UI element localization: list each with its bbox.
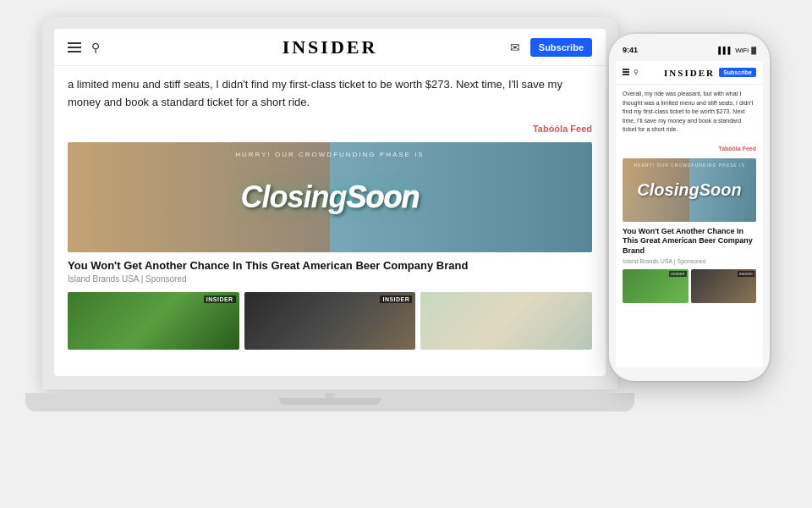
- phone-small-card-2[interactable]: INSIDER: [691, 269, 757, 303]
- laptop-screen: ⚲ INSIDER ✉ Subscribe a limited menu and…: [54, 29, 606, 376]
- mail-icon[interactable]: ✉: [510, 41, 520, 54]
- insider-badge-1: INSIDER: [204, 295, 236, 303]
- closing-soon-text: ClosingSoon: [241, 179, 420, 215]
- laptop-content: a limited menu and stiff seats, I didn't…: [54, 66, 606, 360]
- phone-nav: ⚲ INSIDER Subscribe: [616, 61, 763, 85]
- laptop-base: [25, 393, 634, 411]
- phone-subscribe-button[interactable]: Subscribe: [719, 68, 756, 77]
- laptop-nav: ⚲ INSIDER ✉ Subscribe: [54, 29, 606, 66]
- phone-nav-left: ⚲: [623, 69, 639, 76]
- phone-search-icon[interactable]: ⚲: [634, 69, 639, 76]
- phone-insider-badge-2: INSIDER: [738, 271, 754, 277]
- phone-status-icons: ▌▌▌ WiFi ▓: [718, 47, 756, 54]
- battery-icon: ▓: [751, 47, 756, 54]
- phone-taboola-label: Tabóóla Feed: [623, 139, 756, 154]
- phone-time: 9:41: [623, 46, 638, 54]
- ad-hurry-text: HURRY! OUR CROWDFUNDING PHASE IS: [235, 151, 424, 158]
- phone-status-bar: 9:41 ▌▌▌ WiFi ▓: [616, 42, 763, 58]
- insider-badge-2: INSIDER: [380, 295, 412, 303]
- phone-small-cards: INSIDER INSIDER: [623, 269, 756, 303]
- ad-meta: Island Brands USA | Sponsored: [68, 274, 592, 284]
- phone-ad-title[interactable]: You Won't Get Another Chance In This Gre…: [623, 227, 756, 257]
- phone-ad-banner[interactable]: HURRY! OUR CROWDFUNDING PHASE IS Closing…: [623, 158, 756, 222]
- phone-device: 9:41 ▌▌▌ WiFi ▓ ⚲ INSIDER Subscribe: [609, 34, 778, 389]
- small-card-1[interactable]: INSIDER: [68, 292, 239, 350]
- subscribe-button[interactable]: Subscribe: [530, 38, 592, 57]
- phone-logo: INSIDER: [664, 68, 715, 78]
- search-icon[interactable]: ⚲: [91, 41, 100, 54]
- small-card-2[interactable]: INSIDER: [244, 292, 416, 350]
- phone-hurry-text: HURRY! OUR CROWDFUNDING PHASE IS: [634, 163, 745, 168]
- phone-screen: ⚲ INSIDER Subscribe Overall, my ride was…: [616, 61, 763, 367]
- laptop-device: ⚲ INSIDER ✉ Subscribe a limited menu and…: [25, 17, 634, 491]
- ad-banner[interactable]: HURRY! OUR CROWDFUNDING PHASE IS Closing…: [68, 142, 592, 252]
- taboola-label: Tabóóla Feed: [68, 120, 592, 135]
- nav-right: ✉ Subscribe: [510, 38, 592, 57]
- insider-logo: INSIDER: [283, 36, 378, 58]
- phone-article-body: Overall, my ride was pleasant, but with …: [623, 90, 756, 135]
- article-body: a limited menu and stiff seats, I didn't…: [68, 76, 592, 112]
- laptop-notch: [325, 393, 335, 398]
- ad-title[interactable]: You Won't Get Another Chance In This Gre…: [68, 259, 592, 272]
- phone-menu-icon[interactable]: [623, 69, 629, 76]
- small-cards-row: INSIDER INSIDER: [68, 292, 592, 350]
- phone-closing-text: ClosingSoon: [637, 180, 741, 200]
- wifi-icon: WiFi: [735, 47, 749, 54]
- phone-insider-badge-1: INSIDER: [669, 271, 686, 277]
- signal-icon: ▌▌▌: [718, 47, 732, 54]
- laptop-body: ⚲ INSIDER ✉ Subscribe a limited menu and…: [42, 17, 617, 389]
- phone-body: 9:41 ▌▌▌ WiFi ▓ ⚲ INSIDER Subscribe: [609, 34, 770, 381]
- small-card-3[interactable]: [420, 292, 592, 350]
- phone-small-card-1[interactable]: INSIDER: [623, 269, 689, 303]
- menu-icon[interactable]: [68, 42, 81, 52]
- phone-ad-meta: Island Brands USA | Sponsored: [623, 258, 756, 264]
- phone-content: Overall, my ride was pleasant, but with …: [616, 85, 763, 308]
